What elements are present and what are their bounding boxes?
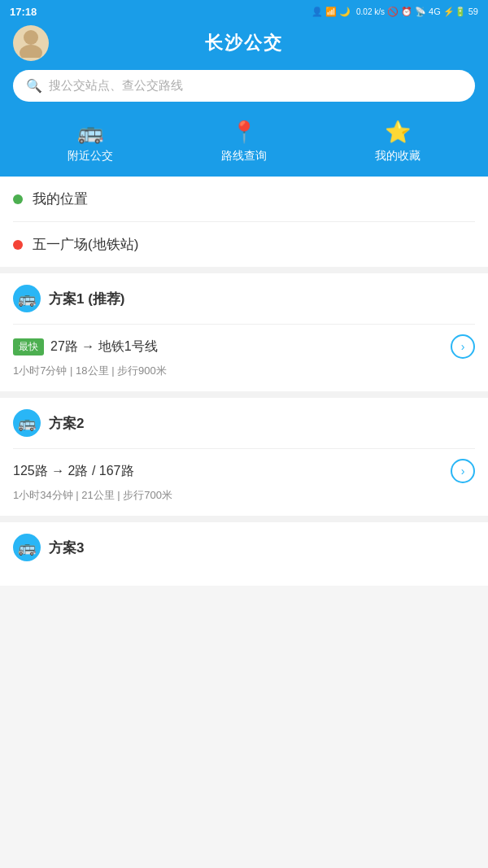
status-icons: 👤 📶 🌙 0.02 k/s 🚫 ⏰ 📡 4G ⚡🔋 59: [312, 7, 478, 17]
plan-2-chevron[interactable]: ›: [451, 459, 475, 483]
origin-row: 我的位置: [13, 177, 475, 222]
divider-2: [0, 391, 488, 398]
divider-1: [0, 267, 488, 273]
location-section: 我的位置 五一广场(地铁站): [0, 177, 488, 267]
nav-item-favorites[interactable]: ⭐ 我的收藏: [375, 120, 420, 164]
location-icon: 📍: [231, 120, 257, 145]
plan-2-section: 🚌 方案2 125路 → 2路 / 167路 › 1小时34分钟 | 21公里 …: [0, 398, 488, 516]
plan-1-route-card[interactable]: 最快 27路 → 地铁1号线 › 1小时7分钟 | 18公里 | 步行900米: [13, 324, 475, 391]
search-bar[interactable]: 🔍 搜公交站点、查公交路线: [13, 70, 475, 102]
battery-icon: ⚡🔋: [443, 7, 466, 17]
moon-icon: 🌙: [339, 7, 351, 17]
svg-point-0: [24, 30, 38, 45]
plan-1-header: 🚌 方案1 (推荐): [13, 285, 475, 312]
origin-dot: [13, 194, 23, 204]
plan-3-title: 方案3: [49, 539, 84, 557]
header-top: 长沙公交: [13, 31, 475, 62]
plan-2-title: 方案2: [49, 414, 84, 433]
plan-1-route-top: 最快 27路 → 地铁1号线 ›: [13, 334, 475, 359]
nav-item-nearby[interactable]: 🚌 附近公交: [68, 120, 113, 164]
origin-label: 我的位置: [33, 190, 88, 208]
plan-1-bus-icon: 🚌: [13, 285, 41, 312]
plan-3-section: 🚌 方案3: [0, 522, 488, 586]
signal-icon: 📶: [325, 7, 337, 17]
plan-2-route-top: 125路 → 2路 / 167路 ›: [13, 459, 475, 483]
plan-1-title: 方案1 (推荐): [49, 290, 125, 308]
no-signal-icon: 🚫: [387, 7, 399, 17]
battery-level: 59: [468, 7, 478, 16]
svg-point-1: [20, 45, 42, 58]
status-bar: 17:18 👤 📶 🌙 0.02 k/s 🚫 ⏰ 📡 4G ⚡🔋 59: [0, 0, 488, 23]
app-title: 长沙公交: [205, 31, 283, 55]
search-placeholder: 搜公交站点、查公交路线: [49, 78, 183, 94]
nav-item-route[interactable]: 📍 路线查询: [221, 120, 267, 164]
plan-2-detail: 1小时34分钟 | 21公里 | 步行700米: [13, 488, 475, 503]
star-icon: ⭐: [385, 120, 411, 145]
bus-icon: 🚌: [77, 120, 103, 145]
person-icon: 👤: [312, 7, 323, 17]
plan-1-chevron[interactable]: ›: [451, 334, 475, 359]
plan-3-bus-icon: 🚌: [13, 534, 41, 561]
status-time: 17:18: [10, 6, 37, 18]
plan-2-header: 🚌 方案2: [13, 409, 475, 437]
wifi-icon: 📡: [415, 7, 426, 17]
nav-label-nearby: 附近公交: [68, 149, 113, 164]
divider-3: [0, 516, 488, 522]
nav-label-favorites: 我的收藏: [375, 149, 420, 164]
avatar[interactable]: [13, 25, 49, 61]
plan-3-header: 🚌 方案3: [13, 534, 475, 561]
search-icon: 🔍: [26, 78, 42, 94]
plan-1-section: 🚌 方案1 (推荐) 最快 27路 → 地铁1号线 › 1小时7分钟 | 18公…: [0, 273, 488, 391]
destination-label: 五一广场(地铁站): [33, 235, 138, 254]
destination-row: 五一广场(地铁站): [13, 222, 475, 267]
plan-1-route-name: 27路 → 地铁1号线: [50, 338, 158, 355]
plan-1-route-left: 最快 27路 → 地铁1号线: [13, 338, 444, 355]
nav-icons: 🚌 附近公交 📍 路线查询 ⭐ 我的收藏: [13, 113, 475, 177]
fastest-badge: 最快: [13, 338, 44, 355]
plan-2-bus-icon: 🚌: [13, 409, 41, 437]
plan-2-route-left: 125路 → 2路 / 167路: [13, 463, 444, 480]
plan-2-route-name: 125路 → 2路 / 167路: [13, 463, 134, 480]
main-content: 我的位置 五一广场(地铁站) 🚌 方案1 (推荐) 最快 27路 → 地铁1号线…: [0, 177, 488, 586]
clock-icon: ⏰: [401, 7, 412, 17]
plan-1-detail: 1小时7分钟 | 18公里 | 步行900米: [13, 364, 475, 378]
header: 长沙公交 🔍 搜公交站点、查公交路线 🚌 附近公交 📍 路线查询 ⭐ 我的收藏: [0, 23, 488, 177]
destination-dot: [13, 240, 23, 250]
speed-text: 0.02 k/s: [356, 7, 385, 16]
plan-2-route-card[interactable]: 125路 → 2路 / 167路 › 1小时34分钟 | 21公里 | 步行70…: [13, 448, 475, 516]
nav-label-route: 路线查询: [221, 149, 267, 164]
network-icon: 4G: [429, 7, 441, 16]
